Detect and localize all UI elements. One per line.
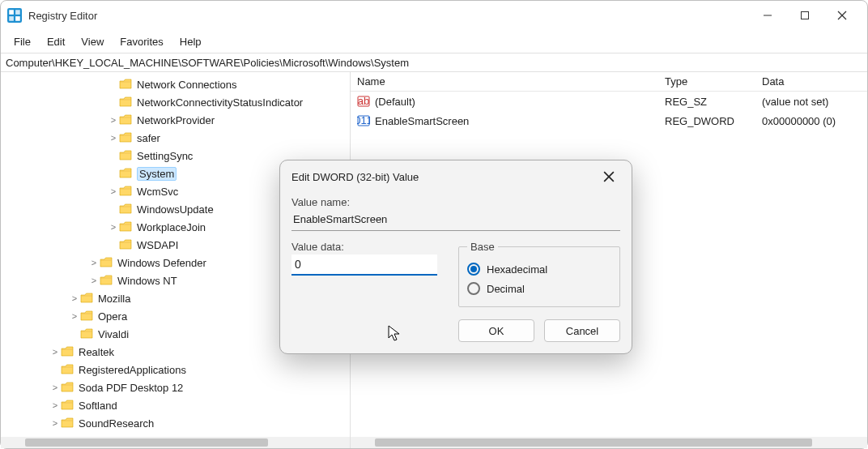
chevron-right-icon[interactable]: > (49, 383, 61, 392)
radio-hex-label: Hexadecimal (487, 263, 547, 276)
dialog-title: Edit DWORD (32-bit) Value (291, 171, 419, 183)
tree-item[interactable]: >SoundResearch (1, 414, 350, 432)
menu-favorites[interactable]: Favorites (112, 32, 171, 51)
tree-item-label: WSDAPI (137, 239, 178, 251)
svg-rect-1 (9, 10, 14, 15)
dialog-titlebar: Edit DWORD (32-bit) Value (280, 160, 632, 193)
tree-item[interactable]: >safer (1, 129, 350, 147)
regedit-icon (7, 8, 22, 23)
tree-item-label: Soda PDF Desktop 12 (79, 382, 183, 394)
address-text: Computer\HKEY_LOCAL_MACHINE\SOFTWARE\Pol… (6, 57, 409, 69)
base-group: Base Hexadecimal Decimal (458, 241, 620, 307)
window-title: Registry Editor (28, 10, 749, 22)
chevron-right-icon[interactable]: > (69, 311, 80, 321)
column-type[interactable]: Type (658, 72, 755, 91)
tree-item-label: Network Connections (137, 79, 237, 91)
tree-item-label: NetworkConnectivityStatusIndicator (137, 96, 303, 109)
tree-item-label: Windows NT (117, 275, 177, 287)
menu-view[interactable]: View (73, 32, 112, 51)
base-legend: Base (467, 241, 498, 253)
cancel-button[interactable]: Cancel (544, 319, 620, 342)
values-header: Name Type Data (351, 72, 867, 92)
folder-icon (119, 114, 132, 126)
tree-item[interactable]: >Soda PDF Desktop 12 (1, 378, 350, 396)
folder-icon (61, 364, 74, 375)
value-name: EnableSmartScreen (375, 115, 469, 127)
edit-dword-dialog: Edit DWORD (32-bit) Value Value name: En… (279, 160, 632, 354)
tree-item-label: WcmSvc (137, 186, 178, 198)
radio-decimal[interactable]: Decimal (467, 279, 611, 298)
folder-icon (61, 400, 74, 411)
value-row[interactable]: ab(Default)REG_SZ(value not set) (351, 92, 867, 111)
tree-item-label: Softland (79, 400, 117, 412)
column-data[interactable]: Data (755, 72, 867, 91)
tree-item-label: Vivaldi (98, 328, 129, 340)
folder-icon (119, 186, 132, 197)
value-name-cell: ab(Default) (351, 95, 658, 108)
tree-item-label: Mozilla (98, 293, 130, 305)
address-bar[interactable]: Computer\HKEY_LOCAL_MACHINE\SOFTWARE\Pol… (1, 53, 867, 72)
reg-dword-icon: 011 (357, 114, 370, 127)
menu-edit[interactable]: Edit (39, 32, 73, 51)
folder-icon (119, 221, 132, 233)
maximize-button[interactable] (786, 4, 823, 27)
value-name-label: Value name: (291, 196, 620, 208)
folder-icon (80, 328, 93, 340)
value-data-label: Value data: (291, 241, 439, 253)
ok-button[interactable]: OK (458, 319, 534, 342)
minimize-button[interactable] (749, 4, 786, 27)
folder-icon (100, 257, 113, 268)
menu-help[interactable]: Help (172, 32, 210, 51)
chevron-right-icon[interactable]: > (88, 258, 100, 267)
value-type: REG_SZ (658, 96, 755, 108)
folder-icon (119, 168, 132, 179)
chevron-right-icon[interactable]: > (88, 276, 100, 285)
folder-icon (119, 150, 132, 161)
titlebar: Registry Editor (1, 1, 867, 30)
folder-icon (119, 132, 132, 143)
folder-icon (100, 275, 113, 286)
value-data: (value not set) (755, 96, 867, 108)
tree-item-label: RegisteredApplications (79, 364, 186, 376)
scrollbar-thumb[interactable] (25, 438, 268, 447)
tree-item[interactable]: >NetworkProvider (1, 111, 350, 129)
tree-item-label: System (137, 167, 177, 181)
tree-item[interactable]: Network Connections (1, 75, 350, 93)
tree-item-label: Realtek (79, 346, 114, 358)
tree-item[interactable]: RegisteredApplications (1, 361, 350, 378)
tree-item[interactable]: NetworkConnectivityStatusIndicator (1, 93, 350, 111)
dialog-buttons: OK Cancel (280, 311, 632, 353)
svg-rect-3 (9, 16, 14, 21)
radio-hexadecimal[interactable]: Hexadecimal (467, 259, 611, 279)
value-data-input[interactable] (291, 254, 437, 276)
value-name-field[interactable]: EnableSmartScreen (291, 210, 620, 231)
close-button[interactable] (823, 4, 861, 27)
chevron-right-icon[interactable]: > (69, 293, 80, 303)
tree-item-label: SoundResearch (79, 417, 154, 430)
chevron-right-icon[interactable]: > (108, 186, 119, 196)
chevron-right-icon[interactable]: > (49, 347, 61, 357)
value-name: (Default) (375, 96, 415, 108)
radio-icon (467, 263, 480, 276)
value-row[interactable]: 011EnableSmartScreenREG_DWORD0x00000000 … (351, 111, 867, 130)
folder-icon (80, 310, 93, 322)
folder-icon (119, 79, 132, 90)
value-name-cell: 011EnableSmartScreen (351, 114, 658, 127)
chevron-right-icon[interactable]: > (108, 115, 119, 125)
column-name[interactable]: Name (351, 72, 658, 91)
radio-dec-label: Decimal (487, 283, 525, 295)
folder-icon (80, 293, 93, 304)
chevron-right-icon[interactable]: > (108, 133, 119, 143)
radio-icon (467, 282, 480, 295)
tree-item[interactable]: >Softland (1, 396, 350, 414)
tree-horizontal-scrollbar[interactable] (1, 437, 350, 448)
scrollbar-thumb[interactable] (375, 438, 812, 447)
dialog-close-button[interactable] (598, 165, 620, 188)
chevron-right-icon[interactable]: > (49, 418, 61, 428)
chevron-right-icon[interactable]: > (108, 222, 119, 232)
menu-file[interactable]: File (6, 32, 39, 51)
chevron-right-icon[interactable]: > (49, 400, 61, 410)
values-horizontal-scrollbar[interactable] (351, 437, 867, 448)
svg-rect-2 (15, 10, 20, 15)
svg-text:ab: ab (358, 95, 369, 107)
